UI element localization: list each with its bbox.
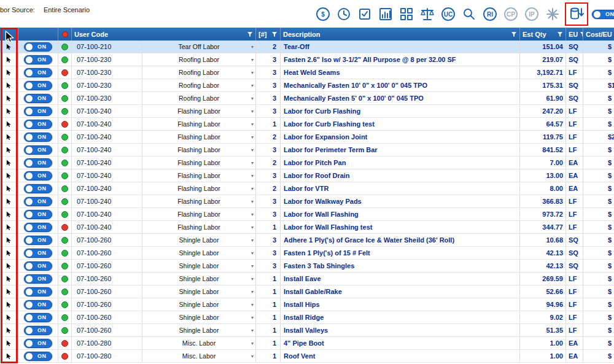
row-pointer-cell[interactable]	[0, 157, 18, 169]
description-cell[interactable]: Labor for Curb Flashing	[281, 105, 520, 117]
description-cell[interactable]: Labor for Pitch Pan	[281, 157, 520, 169]
est-qty-cell[interactable]: 344.77	[520, 221, 566, 233]
dropdown-caret-icon[interactable]: ▾	[251, 328, 254, 333]
header-user-code[interactable]: User Code	[72, 28, 256, 41]
on-toggle[interactable]: ON	[24, 223, 52, 232]
eu-cell[interactable]: LF	[566, 118, 583, 130]
dropdown-caret-icon[interactable]: ▾	[251, 173, 254, 179]
dropdown-caret-icon[interactable]: ▾	[251, 44, 254, 50]
est-qty-cell[interactable]: 841.52	[520, 144, 566, 156]
dropdown-caret-icon[interactable]: ▾	[251, 212, 254, 217]
on-toggle[interactable]: ON	[24, 236, 52, 245]
user-code-cell[interactable]: 07-100-240	[72, 169, 142, 182]
description-cell[interactable]: Install Gable/Rake	[281, 285, 520, 298]
labor-type-dropdown[interactable]: Shingle Labor ▾	[142, 247, 256, 259]
dropdown-caret-icon[interactable]: ▾	[251, 70, 254, 76]
user-code-cell[interactable]: 07-100-260	[72, 298, 142, 311]
est-qty-cell[interactable]: 13.00	[520, 169, 566, 182]
labor-source-value[interactable]: Entire Scenario	[44, 6, 90, 14]
user-code-cell[interactable]: 07-100-280	[72, 337, 142, 349]
on-toggle[interactable]: ON	[24, 313, 52, 322]
user-code-cell[interactable]: 07-100-230	[72, 92, 142, 104]
description-cell[interactable]: Install Eave	[281, 273, 520, 285]
eu-cell[interactable]: LF	[566, 311, 583, 323]
est-qty-cell[interactable]: 247.20	[520, 105, 566, 117]
dropdown-caret-icon[interactable]: ▾	[251, 122, 254, 127]
row-pointer-cell[interactable]	[0, 169, 18, 182]
on-toggle[interactable]: ON	[24, 249, 52, 258]
eu-cell[interactable]: LF	[566, 273, 583, 285]
master-on-toggle[interactable]: ON	[592, 10, 614, 19]
est-qty-cell[interactable]: 3,192.71	[520, 66, 566, 79]
cost-eu-cell[interactable]: $	[583, 324, 614, 336]
cost-eu-cell[interactable]: $	[583, 66, 614, 79]
cost-eu-cell[interactable]: $	[583, 105, 614, 117]
filter-icon[interactable]	[557, 31, 563, 37]
on-toggle[interactable]: ON	[24, 171, 52, 180]
labor-type-dropdown[interactable]: Misc. Labor ▾	[142, 337, 256, 349]
eu-cell[interactable]: SQ	[566, 92, 583, 104]
row-pointer-cell[interactable]	[0, 350, 18, 362]
on-toggle[interactable]: ON	[24, 274, 52, 284]
est-qty-cell[interactable]: 42.13	[520, 260, 566, 272]
user-code-cell[interactable]: 07-100-240	[72, 118, 142, 130]
cost-eu-cell[interactable]: $	[583, 182, 614, 195]
dropdown-caret-icon[interactable]: ▾	[251, 250, 254, 256]
labor-type-dropdown[interactable]: Roofing Labor ▾	[142, 79, 256, 91]
user-code-cell[interactable]: 07-100-230	[72, 79, 142, 91]
dropdown-caret-icon[interactable]: ▾	[251, 263, 254, 269]
on-toggle[interactable]: ON	[24, 184, 52, 193]
dollar-icon[interactable]: $	[314, 5, 332, 23]
filter-icon[interactable]	[271, 31, 278, 37]
chart-icon[interactable]	[377, 5, 394, 23]
description-cell[interactable]: Mechanically Fasten 5' 0" x 100' 0" 045 …	[281, 92, 520, 104]
cost-eu-cell[interactable]: $	[583, 41, 614, 53]
on-toggle[interactable]: ON	[24, 133, 52, 142]
row-pointer-cell[interactable]	[0, 298, 18, 311]
ip-icon[interactable]: IP	[523, 5, 540, 23]
header-eu[interactable]: EU	[566, 28, 583, 41]
est-qty-cell[interactable]: 973.72	[520, 208, 566, 220]
row-pointer-cell[interactable]	[0, 118, 18, 130]
dropdown-caret-icon[interactable]: ▾	[251, 199, 254, 204]
user-code-cell[interactable]: 07-100-260	[72, 311, 142, 323]
dropdown-caret-icon[interactable]: ▾	[251, 134, 254, 140]
clock-icon[interactable]	[335, 5, 352, 23]
eu-cell[interactable]: LF	[566, 285, 583, 298]
zoom-icon[interactable]	[460, 5, 478, 23]
est-qty-cell[interactable]: 1.00	[520, 337, 566, 349]
labor-type-dropdown[interactable]: Flashing Labor ▾	[142, 118, 256, 130]
eu-cell[interactable]: EA	[566, 157, 583, 169]
est-qty-cell[interactable]: 10.68	[520, 234, 566, 246]
labor-type-dropdown[interactable]: Tear Off Labor ▾	[142, 41, 256, 53]
dropdown-caret-icon[interactable]: ▾	[251, 302, 254, 308]
description-cell[interactable]: Fasten 3 Tab Shingles	[281, 260, 520, 272]
description-cell[interactable]: Labor for Curb Flashing test	[281, 118, 520, 130]
eu-cell[interactable]: SQ	[566, 53, 583, 66]
cost-eu-cell[interactable]: $	[583, 157, 614, 169]
on-toggle[interactable]: ON	[24, 107, 52, 116]
dropdown-caret-icon[interactable]: ▾	[251, 341, 254, 346]
cost-eu-cell[interactable]: $	[583, 144, 614, 156]
est-qty-cell[interactable]: 151.04	[520, 41, 566, 53]
labor-type-dropdown[interactable]: Misc. Labor ▾	[142, 350, 256, 362]
cost-eu-cell[interactable]: $	[583, 260, 614, 272]
cost-eu-cell[interactable]: $	[583, 273, 614, 285]
user-code-cell[interactable]: 07-100-230	[72, 53, 142, 66]
on-toggle[interactable]: ON	[24, 287, 52, 296]
scales-icon[interactable]	[419, 5, 436, 23]
user-code-cell[interactable]: 07-100-240	[72, 208, 142, 220]
labor-type-dropdown[interactable]: Flashing Labor ▾	[142, 131, 256, 143]
user-code-cell[interactable]: 07-100-240	[72, 105, 142, 117]
est-qty-cell[interactable]: 51.35	[520, 324, 566, 336]
est-qty-cell[interactable]: 52.66	[520, 285, 566, 298]
eu-cell[interactable]: LF	[566, 324, 583, 336]
row-pointer-cell[interactable]	[0, 247, 18, 259]
est-qty-cell[interactable]: 8.00	[520, 182, 566, 195]
dropdown-caret-icon[interactable]: ▾	[251, 238, 254, 243]
labor-type-dropdown[interactable]: Shingle Labor ▾	[142, 285, 256, 298]
eu-cell[interactable]: EA	[566, 169, 583, 182]
user-code-cell[interactable]: 07-100-240	[72, 157, 142, 169]
eu-cell[interactable]: SQ	[566, 41, 583, 53]
filter-icon[interactable]	[511, 31, 517, 37]
